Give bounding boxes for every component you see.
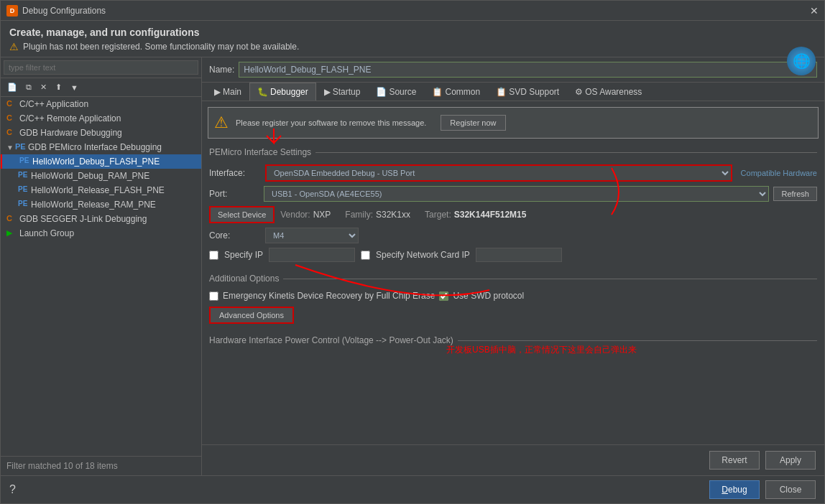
swd-checkbox[interactable]: [439, 291, 448, 301]
additional-options-line: [283, 279, 817, 279]
tab-common-label: Common: [445, 87, 480, 97]
tab-debugger[interactable]: 🐛 Debugger: [249, 83, 316, 101]
cpp-remote-icon: C: [6, 113, 17, 123]
sidebar-toolbar: 📄 ⧉ ✕ ⬆ ▼: [1, 78, 201, 97]
title-bar: D Debug Configurations ✕: [1, 1, 824, 21]
gdb-hw-icon: C: [6, 128, 17, 138]
tab-main-icon: ▶: [214, 87, 221, 97]
target-value: S32K144F512M15: [454, 210, 527, 220]
delete-config-button[interactable]: ✕: [37, 80, 50, 94]
tree-item-hw-debug-ram[interactable]: PE HelloWorld_Debug_RAM_PNE: [1, 169, 201, 183]
specify-ip-checkbox[interactable]: [209, 251, 218, 260]
core-select[interactable]: M4: [265, 228, 359, 243]
debug-button[interactable]: Debug: [709, 480, 760, 499]
pemicro-icon: PE: [15, 142, 25, 152]
tree-item-gdb-hw[interactable]: C GDB Hardware Debugging: [1, 126, 201, 140]
tab-source[interactable]: 📄 Source: [368, 83, 424, 101]
vendor-value: NXP: [313, 210, 331, 220]
options-section: Emergency Kinetis Device Recovery by Ful…: [202, 286, 824, 328]
power-control-header: Hardware Interface Power Control (Voltag…: [202, 332, 824, 348]
tree-item-cpp-remote[interactable]: C C/C++ Remote Application: [1, 111, 201, 126]
close-button[interactable]: Close: [765, 480, 816, 499]
tree-item-launch[interactable]: ▶ Launch Group: [1, 226, 201, 241]
export-config-button[interactable]: ⬆: [52, 80, 65, 94]
segger-icon: C: [6, 214, 17, 224]
tab-source-label: Source: [389, 87, 416, 97]
refresh-button[interactable]: Refresh: [773, 187, 817, 201]
name-input[interactable]: [239, 62, 817, 78]
close-button[interactable]: ✕: [810, 5, 819, 17]
pemicro-section-line: [315, 152, 817, 153]
warning-text: Plugin has not been registered. Some fun…: [23, 42, 299, 52]
filter-input[interactable]: [4, 60, 198, 75]
tab-os[interactable]: ⚙ OS Awareness: [567, 83, 650, 101]
sidebar-footer: Filter matched 10 of 18 items: [1, 456, 201, 475]
reg-message: Please register your software to remove …: [236, 118, 426, 127]
select-device-row: Select Device Vendor: NXP Family: S32K1x…: [209, 206, 817, 223]
interface-select[interactable]: OpenSDA Embedded Debug - USB Port: [265, 164, 732, 182]
cpp-app-label: C/C++ Application: [19, 99, 88, 109]
hw-release-ram-icon: PE: [18, 200, 28, 210]
specify-network-checkbox[interactable]: [361, 251, 370, 260]
device-info: Vendor: NXP Family: S32K1xx Target: S32K…: [280, 210, 526, 220]
tree-item-segger[interactable]: C GDB SEGGER J-Link Debugging: [1, 212, 201, 226]
header-title: Create, manage, and run configurations: [9, 27, 816, 38]
tab-main[interactable]: ▶ Main: [206, 83, 249, 101]
tab-startup[interactable]: ▶ Startup: [316, 83, 369, 101]
interface-label: Interface:: [209, 168, 259, 178]
ip-input[interactable]: [269, 248, 355, 262]
select-device-button[interactable]: Select Device: [209, 206, 275, 223]
advanced-options-button[interactable]: Advanced Options: [209, 307, 294, 324]
tab-svd-label: SVD Support: [509, 87, 559, 97]
name-row: Name:: [202, 57, 824, 83]
window-title: Debug Configurations: [22, 6, 810, 16]
sidebar-tree: C C/C++ Application C C/C++ Remote Appli…: [1, 97, 201, 456]
tab-source-icon: 📄: [376, 87, 387, 97]
tab-os-icon: ⚙: [575, 87, 583, 97]
tree-item-hw-release-flash[interactable]: PE HelloWorld_Release_FLASH_PNE: [1, 183, 201, 197]
compatible-hardware-link[interactable]: Compatible Hardware: [741, 169, 817, 177]
tree-item-cpp-app[interactable]: C C/C++ Application: [1, 97, 201, 111]
main-window: D Debug Configurations ✕ Create, manage,…: [0, 0, 825, 504]
help-button[interactable]: ?: [9, 483, 16, 496]
additional-options-header: Additional Options: [202, 271, 824, 286]
filter-count: Filter matched 10 of 18 items: [6, 461, 118, 471]
new-config-button[interactable]: 📄: [4, 80, 21, 94]
panel-content: ⚠ Please register your software to remov…: [202, 101, 824, 444]
cpp-app-icon: C: [6, 99, 17, 109]
emergency-checkbox[interactable]: [209, 291, 218, 301]
tree-item-hw-release-ram[interactable]: PE HelloWorld_Release_RAM_PNE: [1, 197, 201, 212]
tab-common[interactable]: 📋 Common: [424, 83, 488, 101]
tab-debugger-icon: 🐛: [257, 87, 268, 97]
network-input[interactable]: [476, 248, 562, 262]
target-info: Target: S32K144F512M15: [425, 210, 526, 220]
tree-item-pemicro[interactable]: ▼ PE GDB PEMicro Interface Debugging: [1, 140, 201, 154]
register-now-button[interactable]: Register now: [441, 115, 505, 131]
header: Create, manage, and run configurations ⚠…: [1, 21, 824, 57]
vendor-info: Vendor: NXP: [280, 210, 331, 220]
core-label: Core:: [209, 230, 259, 241]
tab-common-icon: 📋: [432, 87, 443, 97]
tree-item-hw-debug-flash[interactable]: PE HelloWorld_Debug_FLASH_PNE: [1, 154, 201, 169]
header-warning: ⚠ Plugin has not been registered. Some f…: [9, 41, 816, 52]
revert-button[interactable]: Revert: [709, 451, 760, 470]
apply-button[interactable]: Apply: [765, 451, 816, 470]
collapse-config-button[interactable]: ▼: [67, 81, 82, 94]
power-control-line: [458, 340, 817, 341]
power-control-label: Hardware Interface Power Control (Voltag…: [209, 335, 453, 345]
family-label: Family:: [345, 210, 373, 220]
bottom-bar: Revert Apply: [202, 444, 824, 475]
warning-icon: ⚠: [9, 41, 19, 52]
hw-release-ram-label: HelloWorld_Release_RAM_PNE: [31, 200, 156, 210]
port-select[interactable]: USB1 - OpenSDA (AE4ECE55): [264, 186, 769, 202]
hw-release-flash-label: HelloWorld_Release_FLASH_PNE: [31, 185, 165, 195]
hw-debug-ram-label: HelloWorld_Debug_RAM_PNE: [31, 171, 149, 181]
globe-icon: 🌐: [787, 47, 816, 75]
duplicate-config-button[interactable]: ⧉: [22, 80, 35, 94]
app-icon: D: [6, 5, 18, 17]
hw-debug-flash-icon: PE: [19, 157, 29, 167]
additional-options-label: Additional Options: [209, 274, 279, 284]
footer-bar: ? Debug Close: [1, 475, 824, 503]
tab-svd[interactable]: 📋 SVD Support: [488, 83, 567, 101]
name-label: Name:: [209, 65, 234, 75]
